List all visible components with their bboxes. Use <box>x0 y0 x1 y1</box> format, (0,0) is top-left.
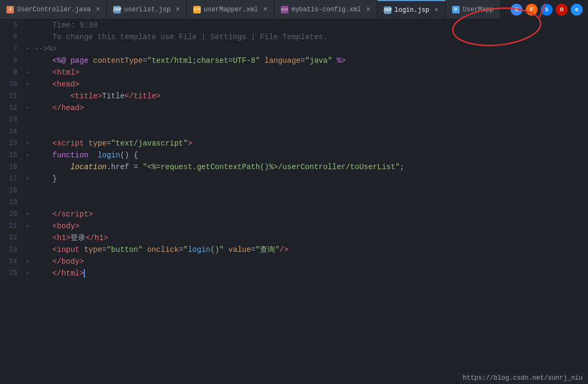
line-number: 22 <box>0 232 24 244</box>
firefox-icon[interactable]: F <box>526 4 538 16</box>
code-line-10: 10 ▸ <head> <box>0 78 588 90</box>
code-content: location.href = "<%=request.getContextPa… <box>32 161 588 173</box>
fold-gutter <box>24 126 32 137</box>
tab-close-icon[interactable]: × <box>366 6 370 13</box>
line-number: 8 <box>0 55 24 67</box>
fold-gutter[interactable]: ▸ <box>24 256 32 267</box>
xml-config-icon: </> <box>281 6 288 13</box>
tab-mybatis[interactable]: </> mybatis-config.xml × <box>274 0 378 19</box>
code-content: <html> <box>32 67 588 78</box>
code-line-18: 18 <box>0 185 588 197</box>
code-line-11: 11 <title>Title</title> <box>0 90 588 102</box>
code-content: -->%> <box>32 43 588 55</box>
status-url: https://blog.csdn.net/sunrj_niu <box>463 374 583 382</box>
fold-gutter[interactable]: ▸ <box>24 208 32 220</box>
fold-gutter <box>24 185 32 197</box>
code-content <box>32 126 588 137</box>
fold-gutter <box>24 232 32 244</box>
code-content: </head> <box>32 102 588 114</box>
code-line-15b: 15 ▸ function login() { <box>0 149 588 161</box>
line-number: 18 <box>0 185 24 197</box>
line-number: 10 <box>0 78 24 90</box>
line-number: 25 <box>0 267 24 279</box>
code-line-12: 12 ▸ </head> <box>0 102 588 114</box>
tab-close-icon[interactable]: × <box>434 7 438 13</box>
code-content <box>32 197 588 208</box>
code-editor: 5 Time: 9:30 6 To change this template u… <box>0 19 588 384</box>
xml-mapper-icon: </> <box>193 6 201 13</box>
code-content: <head> <box>32 78 588 90</box>
browser-icons-area: C F S O e <box>511 4 588 16</box>
fold-gutter[interactable]: ▸ <box>24 267 32 279</box>
code-line-25: 25 ▸ </html> <box>0 267 588 279</box>
fold-gutter <box>24 244 32 256</box>
chrome-icon[interactable]: C <box>511 4 522 16</box>
code-line-13: 13 <box>0 114 588 126</box>
code-line-14: 14 <box>0 126 588 137</box>
fold-gutter[interactable]: ▸ <box>24 43 32 55</box>
tab-label: UserController.java <box>17 6 91 13</box>
code-line-16: 16 location.href = "<%=request.getContex… <box>0 161 588 173</box>
line-number: 15 <box>0 137 24 149</box>
code-line-15a: 15 ▸ <script type="text/javascript"> <box>0 137 588 149</box>
tab-label: userMapper.xml <box>204 6 258 13</box>
fold-gutter <box>24 31 32 43</box>
code-line-6: 6 To change this template use File | Set… <box>0 31 588 43</box>
tab-close-icon[interactable]: × <box>96 6 100 13</box>
line-number: 5 <box>0 19 24 31</box>
code-content: Time: 9:30 <box>32 19 588 31</box>
status-bar: https://blog.csdn.net/sunrj_niu <box>458 372 588 384</box>
line-number: 13 <box>0 114 24 126</box>
line-number: 17 <box>0 173 24 185</box>
code-content: </body> <box>32 256 588 267</box>
jsp-icon: JSP <box>384 6 391 14</box>
fold-gutter[interactable]: ▸ <box>24 149 32 161</box>
fold-gutter[interactable]: ▸ <box>24 220 32 232</box>
tab-usercontroller[interactable]: J UserController.java × <box>0 0 107 19</box>
code-line-5: 5 Time: 9:30 <box>0 19 588 31</box>
code-content: function login() { <box>32 149 588 161</box>
line-number: 15 <box>0 149 24 161</box>
fold-gutter <box>24 114 32 126</box>
code-content: <%@ page contentType="text/html;charset=… <box>32 55 588 67</box>
tab-usermapper[interactable]: </> userMapper.xml × <box>187 0 274 19</box>
tab-login[interactable]: JSP login.jsp × <box>378 0 446 19</box>
tab-usermapp[interactable]: U UserMapp <box>446 0 501 19</box>
code-content: <script type="text/javascript"> <box>32 137 588 149</box>
code-line-8: 8 <%@ page contentType="text/html;charse… <box>0 55 588 67</box>
line-number: 12 <box>0 102 24 114</box>
fold-gutter[interactable]: ▸ <box>24 137 32 149</box>
tab-close-icon[interactable]: × <box>176 6 179 13</box>
fold-gutter[interactable]: ▸ <box>24 67 32 78</box>
java-icon: J <box>6 6 14 13</box>
line-number: 11 <box>0 90 24 102</box>
fold-gutter[interactable]: ▸ <box>24 173 32 185</box>
code-content: } <box>32 173 588 185</box>
jsp-icon: JSP <box>113 6 121 13</box>
tab-userlist[interactable]: JSP userList.jsp × <box>107 0 187 19</box>
tab-label: mybatis-config.xml <box>292 6 361 13</box>
usermapp-icon: U <box>452 6 460 13</box>
code-line-23: 23 <input type="button" onclick="login()… <box>0 244 588 256</box>
ie-icon[interactable]: e <box>571 4 583 16</box>
line-number: 24 <box>0 256 24 267</box>
code-content <box>32 114 588 126</box>
fold-gutter[interactable]: ▸ <box>24 102 32 114</box>
code-line-9: 9 ▸ <html> <box>0 67 588 78</box>
line-number: 20 <box>0 208 24 220</box>
tab-close-icon[interactable]: × <box>263 6 267 13</box>
code-content <box>32 185 588 197</box>
line-number: 16 <box>0 161 24 173</box>
code-line-22: 22 <h1>登录</h1> <box>0 232 588 244</box>
opera-icon[interactable]: O <box>556 4 568 16</box>
safari-icon[interactable]: S <box>541 4 553 16</box>
code-line-21: 21 ▸ <body> <box>0 220 588 232</box>
code-content: <h1>登录</h1> <box>32 232 588 244</box>
fold-gutter <box>24 19 32 31</box>
line-number: 23 <box>0 244 24 256</box>
fold-gutter <box>24 197 32 208</box>
code-content: <input type="button" onclick="login()" v… <box>32 244 588 256</box>
line-number: 19 <box>0 197 24 208</box>
fold-gutter <box>24 90 32 102</box>
fold-gutter[interactable]: ▸ <box>24 78 32 90</box>
